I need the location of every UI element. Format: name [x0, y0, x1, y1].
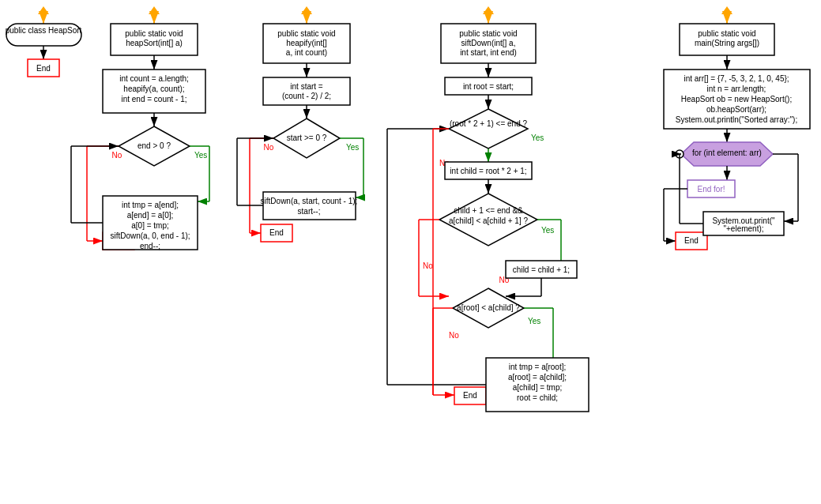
siftdown-title-line3: int start, int end): [460, 48, 517, 57]
end-label-1: End: [36, 64, 51, 73]
start-arrow-2: [149, 6, 160, 14]
heapify-init-line2: (count - 2) / 2;: [282, 92, 331, 100]
heapsort-swap-line5: end--;: [140, 242, 160, 250]
siftdown-cond1-diamond: [449, 109, 528, 149]
siftdown-swap-line4: root = child;: [517, 393, 558, 402]
siftdown-no2-label: No: [423, 261, 433, 270]
main-print-line2: "+element);: [723, 224, 763, 233]
start-arrow-3: [301, 6, 312, 14]
end-label-5: End: [684, 236, 699, 245]
start-arrow-4: [483, 6, 494, 14]
siftdown-yes2-label: Yes: [541, 226, 554, 235]
siftdown-cond2-line2: a[child] < a[child + 1] ?: [449, 216, 529, 225]
heapsort-swap-line1: int tmp = a[end];: [122, 201, 179, 209]
main-title-line2: main(String args[]): [695, 39, 759, 47]
siftdown-yes3-label: Yes: [528, 317, 540, 325]
siftdown-swap-line1: int tmp = a[root];: [509, 363, 567, 371]
siftdown-cond1-line1: (root * 2 + 1) <= end ?: [450, 119, 528, 128]
siftdown-child-label: int child = root * 2 + 1;: [450, 167, 526, 175]
main-init-line4: ob.heapSort(arr);: [706, 105, 766, 114]
siftdown-cond2-line1: child + 1 <= end &&: [454, 206, 523, 215]
heapify-sift-line2: start--;: [298, 207, 321, 216]
siftdown-title-line2: siftDown(int[] a,: [461, 39, 516, 47]
heapsort-title-line1: public static void: [125, 29, 183, 38]
heapsort-cond-label: end > 0 ?: [137, 141, 171, 150]
heapsort-no-label: No: [112, 151, 122, 160]
main-init-line3: HeapSort ob = new HeapSort();: [681, 95, 792, 103]
main-init-line5: System.out.println("Sorted array:");: [676, 115, 797, 124]
heapify-sift-line1: siftDown(a, start, count - 1);: [261, 197, 358, 205]
flowchart-container: public class HeapSort End public static …: [0, 0, 821, 504]
class-heapsort-label: public class HeapSort: [6, 26, 82, 35]
siftdown-swap-line3: a[child] = tmp;: [513, 383, 563, 392]
heapify-yes-label: Yes: [346, 143, 359, 152]
heapsort-init-line2: heapify(a, count);: [123, 85, 184, 93]
heapsort-init-line3: int end = count - 1;: [121, 95, 186, 103]
heapify-no-label: No: [264, 143, 274, 152]
heapsort-swap-line2: a[end] = a[0];: [127, 211, 174, 220]
siftdown-root-label: int root = start;: [463, 82, 514, 91]
siftdown-no4-label: No: [449, 331, 459, 340]
heapify-cond-label: start >= 0 ?: [287, 134, 327, 142]
heapsort-title-line2: heapSort(int[] a): [126, 39, 183, 47]
heapsort-init-line1: int count = a.length;: [119, 74, 189, 83]
heapify-title-line2: heapify(int[]: [286, 39, 327, 47]
siftdown-yes1-label: Yes: [531, 134, 544, 142]
siftdown-swap-line2: a[root] = a[child];: [508, 373, 567, 382]
siftdown-title-line1: public static void: [459, 29, 517, 38]
siftdown-cond3-label: a[root] < a[child] ?: [457, 303, 520, 312]
heapsort-swap-line3: a[0] = tmp;: [131, 221, 169, 230]
heapify-init-line1: int start =: [290, 82, 323, 91]
siftdown-child-inc-label: child = child + 1;: [513, 265, 570, 274]
heapsort-swap-line4: siftDown(a, 0, end - 1);: [110, 231, 190, 240]
main-init-line1: int arr[] = {7, -5, 3, 2, 1, 0, 45};: [684, 74, 789, 83]
main-title-line1: public static void: [698, 29, 755, 38]
main-forloop-label: for (int element: arr): [692, 149, 762, 157]
end-label-3: End: [269, 228, 284, 237]
heapify-title-line1: public static void: [277, 29, 335, 38]
heapify-title-line3: a, int count): [286, 48, 327, 57]
main-init-line2: int n = arr.length;: [707, 85, 766, 93]
heapsort-yes-label: Yes: [194, 151, 207, 160]
start-arrow-5: [721, 6, 732, 14]
end-label-4: End: [463, 391, 477, 400]
main-endfor-label: End for!: [697, 185, 725, 194]
start-arrow-1: [38, 6, 49, 14]
